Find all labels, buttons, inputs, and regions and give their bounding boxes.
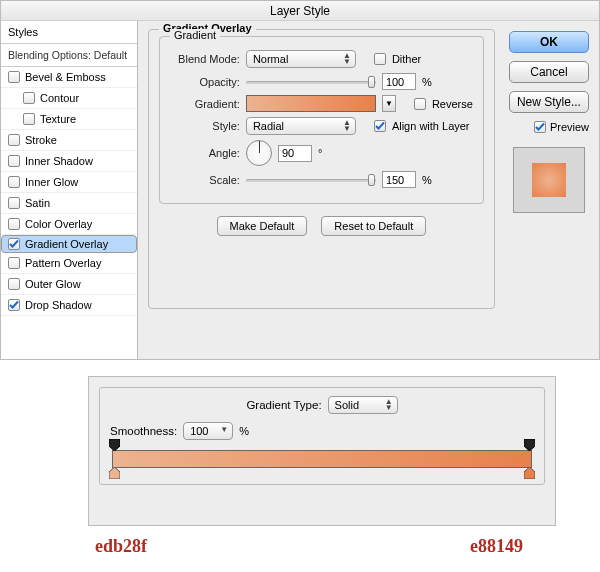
sidebar-item-texture[interactable]: Texture — [1, 109, 137, 130]
reverse-label: Reverse — [432, 98, 473, 110]
blend-mode-value: Normal — [253, 53, 288, 65]
sidebar-item-label: Pattern Overlay — [25, 257, 101, 269]
gradient-dropdown[interactable]: ▼ — [382, 95, 396, 112]
updown-arrows-icon: ▲▼ — [384, 399, 394, 411]
opacity-stop-left[interactable] — [109, 439, 120, 451]
style-select[interactable]: Radial ▲▼ — [246, 117, 356, 135]
sidebar-item-contour[interactable]: Contour — [1, 88, 137, 109]
checkbox[interactable] — [8, 299, 20, 311]
dither-label: Dither — [392, 53, 421, 65]
dialog-title: Layer Style — [1, 1, 599, 21]
angle-unit: ° — [318, 147, 322, 159]
checkbox[interactable] — [8, 278, 20, 290]
inner-panel-title: Gradient — [170, 29, 220, 41]
ok-button[interactable]: OK — [509, 31, 589, 53]
checkbox[interactable] — [8, 176, 20, 188]
left-hex-annotation: edb28f — [95, 536, 147, 557]
sidebar-item-label: Drop Shadow — [25, 299, 92, 311]
sidebar-item-color-overlay[interactable]: Color Overlay — [1, 214, 137, 235]
gradient-type-select[interactable]: Solid ▲▼ — [328, 396, 398, 414]
align-checkbox[interactable] — [374, 120, 386, 132]
layer-style-dialog: Layer Style Styles Blending Options: Def… — [0, 0, 600, 360]
style-value: Radial — [253, 120, 284, 132]
angle-label: Angle: — [170, 147, 240, 159]
styles-sidebar: Styles Blending Options: Default Bevel &… — [1, 21, 138, 359]
gradient-swatch[interactable] — [246, 95, 376, 112]
sidebar-item-pattern-overlay[interactable]: Pattern Overlay — [1, 253, 137, 274]
updown-arrows-icon: ▲▼ — [342, 53, 352, 65]
opacity-stop-right[interactable] — [524, 439, 535, 451]
sidebar-item-label: Gradient Overlay — [25, 238, 108, 250]
sidebar-item-outer-glow[interactable]: Outer Glow — [1, 274, 137, 295]
sidebar-subheader[interactable]: Blending Options: Default — [1, 44, 137, 67]
gradient-label: Gradient: — [170, 98, 240, 110]
gradient-editor: Gradient Type: Solid ▲▼ Smoothness: 100 … — [88, 376, 556, 526]
checkbox[interactable] — [8, 71, 20, 83]
sidebar-header[interactable]: Styles — [1, 21, 137, 44]
new-style-button[interactable]: New Style... — [509, 91, 589, 113]
reverse-checkbox[interactable] — [414, 98, 426, 110]
preview-checkbox[interactable] — [534, 121, 546, 133]
make-default-button[interactable]: Make Default — [217, 216, 308, 236]
angle-input[interactable] — [278, 145, 312, 162]
opacity-label: Opacity: — [170, 76, 240, 88]
angle-dial[interactable] — [246, 140, 272, 166]
blend-mode-select[interactable]: Normal ▲▼ — [246, 50, 356, 68]
gradient-type-value: Solid — [335, 399, 359, 411]
sidebar-item-stroke[interactable]: Stroke — [1, 130, 137, 151]
sidebar-item-label: Texture — [40, 113, 76, 125]
color-stop-left[interactable] — [109, 467, 120, 479]
sidebar-item-satin[interactable]: Satin — [1, 193, 137, 214]
opacity-input[interactable] — [382, 73, 416, 90]
dither-checkbox[interactable] — [374, 53, 386, 65]
sidebar-item-label: Inner Shadow — [25, 155, 93, 167]
checkbox[interactable] — [8, 197, 20, 209]
preview-label: Preview — [550, 121, 589, 133]
dropdown-arrow-icon: ▼ — [219, 427, 229, 433]
checkbox[interactable] — [8, 257, 20, 269]
dialog-actions: OK Cancel New Style... Preview — [505, 21, 599, 359]
sidebar-item-label: Color Overlay — [25, 218, 92, 230]
sidebar-item-drop-shadow[interactable]: Drop Shadow — [1, 295, 137, 316]
sidebar-item-gradient-overlay[interactable]: Gradient Overlay — [1, 235, 137, 253]
smoothness-unit: % — [239, 425, 249, 437]
scale-input[interactable] — [382, 171, 416, 188]
right-hex-annotation: e88149 — [470, 536, 523, 557]
checkbox[interactable] — [8, 238, 20, 250]
sidebar-item-label: Bevel & Emboss — [25, 71, 106, 83]
preview-swatch — [513, 147, 585, 213]
checkbox[interactable] — [23, 113, 35, 125]
cancel-button[interactable]: Cancel — [509, 61, 589, 83]
checkbox[interactable] — [8, 218, 20, 230]
smoothness-label: Smoothness: — [110, 425, 177, 437]
reset-default-button[interactable]: Reset to Default — [321, 216, 426, 236]
smoothness-value: 100 — [190, 425, 208, 437]
gradient-bar[interactable] — [112, 450, 532, 468]
sidebar-item-inner-shadow[interactable]: Inner Shadow — [1, 151, 137, 172]
sidebar-item-label: Contour — [40, 92, 79, 104]
blend-mode-label: Blend Mode: — [170, 53, 240, 65]
style-label: Style: — [170, 120, 240, 132]
sidebar-item-bevel-emboss[interactable]: Bevel & Emboss — [1, 67, 137, 88]
smoothness-select[interactable]: 100 ▼ — [183, 422, 233, 440]
gradient-overlay-panel: Gradient Overlay Gradient Blend Mode: No… — [138, 21, 505, 359]
sidebar-item-inner-glow[interactable]: Inner Glow — [1, 172, 137, 193]
sidebar-item-label: Stroke — [25, 134, 57, 146]
sidebar-item-label: Outer Glow — [25, 278, 81, 290]
checkbox[interactable] — [8, 134, 20, 146]
updown-arrows-icon: ▲▼ — [342, 120, 352, 132]
scale-label: Scale: — [170, 174, 240, 186]
gradient-type-label: Gradient Type: — [246, 399, 321, 411]
align-label: Align with Layer — [392, 120, 470, 132]
opacity-slider[interactable] — [246, 75, 376, 89]
scale-slider[interactable] — [246, 173, 376, 187]
sidebar-item-label: Inner Glow — [25, 176, 78, 188]
sidebar-item-label: Satin — [25, 197, 50, 209]
checkbox[interactable] — [8, 155, 20, 167]
checkbox[interactable] — [23, 92, 35, 104]
opacity-unit: % — [422, 76, 432, 88]
scale-unit: % — [422, 174, 432, 186]
color-stop-right[interactable] — [524, 467, 535, 479]
